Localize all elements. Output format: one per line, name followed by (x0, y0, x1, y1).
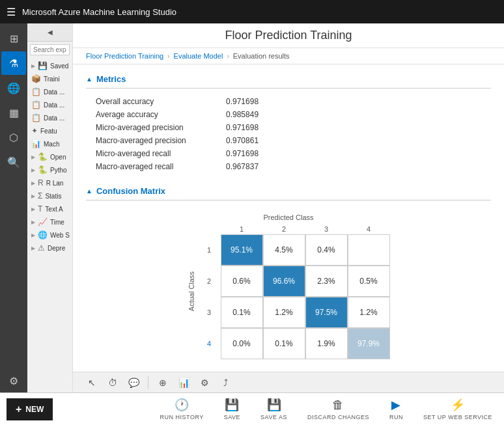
list-item[interactable]: ▶🌐Web S (27, 228, 72, 241)
metric-value-4: 0.971698 (226, 149, 259, 158)
new-label: NEW (25, 405, 44, 414)
discard-icon: 🗑 (332, 398, 344, 412)
toolbar-right: 🕐 RUN HISTORY 💾 SAVE 💾 SAVE AS 🗑 DISCARD… (155, 394, 497, 424)
sidebar-icon-flask[interactable]: ⚗ (1, 51, 26, 75)
save-btn[interactable]: 💾 SAVE (219, 394, 245, 424)
sidebar-icon-search[interactable]: 🔍 (1, 150, 26, 174)
search-input[interactable] (30, 44, 70, 55)
metric-row-3: Macro-averaged precision 0.970861 (96, 134, 491, 147)
list-item[interactable]: 📊Mach (27, 137, 72, 150)
sidebar-icon-box[interactable]: ⬡ (1, 126, 26, 149)
breadcrumb: Floor Prediction Training › Evaluate Mod… (73, 48, 504, 64)
metric-row-5: Macro-averaged recall 0.967837 (96, 160, 491, 173)
pan-tool-btn[interactable]: ⏱ (104, 374, 122, 392)
predicted-class-label: Predicted Class (263, 213, 313, 221)
list-item[interactable]: 📦Traini (27, 72, 72, 85)
hamburger-icon[interactable]: ☰ (7, 6, 16, 18)
list-item[interactable]: ✦Featu (27, 124, 72, 137)
metric-name-3: Macro-averaged precision (96, 136, 226, 145)
run-history-btn[interactable]: 🕐 RUN HISTORY (155, 394, 209, 424)
toolbar-left: + NEW (7, 398, 53, 420)
matrix-row-1: 1 95.1% 4.5% 0.4% (198, 234, 390, 266)
list-item[interactable]: ▶💾Saved (27, 59, 72, 72)
matrix-cell-1-1: 95.1% (221, 234, 263, 266)
save-as-icon: 💾 (267, 398, 281, 412)
metric-row-4: Micro-averaged recall 0.971698 (96, 147, 491, 160)
matrix-cell-3-2: 1.2% (263, 297, 305, 328)
confusion-section-header: ▲ Confusion Matrix (86, 186, 491, 200)
zoom-in-btn[interactable]: ⊕ (154, 374, 172, 392)
metrics-toggle-arrow[interactable]: ▲ (86, 75, 92, 83)
metric-value-2: 0.971698 (226, 123, 259, 132)
results-panel: ▲ Metrics Overall accuracy 0.971698 Aver… (73, 64, 504, 372)
list-item[interactable]: ▶ΣStatis (27, 189, 72, 202)
sidebar-icon-home[interactable]: ⊞ (1, 27, 26, 50)
top-bar: ☰ Microsoft Azure Machine Learning Studi… (0, 0, 504, 23)
canvas-toolstrip: ↖ ⏱ 💬 ⊕ 📊 ⚙ ⤴ (73, 372, 504, 392)
matrix-cell-2-4: 0.5% (348, 266, 390, 297)
sidebar-icon-globe[interactable]: 🌐 (1, 76, 26, 100)
list-item[interactable]: ▶RR Lan (27, 176, 72, 189)
breadcrumb-item-1[interactable]: Floor Prediction Training (86, 52, 163, 60)
metric-value-5: 0.967837 (226, 162, 259, 171)
metric-row-0: Overall accuracy 0.971698 (96, 95, 491, 108)
list-item[interactable]: 📋Data ... (27, 98, 72, 111)
metric-value-1: 0.985849 (226, 110, 259, 119)
tool-divider (148, 376, 148, 389)
save-as-btn[interactable]: 💾 SAVE AS (255, 394, 292, 424)
metric-value-0: 0.971698 (226, 97, 259, 106)
save-label: SAVE (224, 414, 240, 420)
matrix-cell-3-1: 0.1% (221, 297, 263, 328)
matrix-cell-2-3: 2.3% (305, 266, 348, 297)
matrix-row-3: 3 0.1% 1.2% 97.5% 1.2% (198, 297, 390, 328)
matrix-wrapper: Predicted Class Actual Class 1 2 3 4 (86, 207, 491, 366)
sidebar-icon-table[interactable]: ▦ (1, 101, 26, 124)
left-panel: ◀ ▶💾Saved 📦Traini 📋Data ... 📋Data ... 📋D… (27, 23, 73, 392)
matrix-outer: Predicted Class Actual Class 1 2 3 4 (188, 213, 390, 359)
chart-btn[interactable]: 📊 (175, 374, 193, 392)
save-as-label: SAVE AS (260, 414, 287, 420)
list-item[interactable]: ▶🐍Pytho (27, 163, 72, 176)
metric-name-2: Micro-averaged precision (96, 123, 226, 132)
sidebar-icon-gear[interactable]: ⚙ (1, 369, 26, 392)
run-icon: ▶ (391, 398, 400, 412)
matrix-cell-1-3: 0.4% (305, 234, 348, 266)
page-title-bar: Floor Prediction Training (73, 23, 504, 48)
settings-btn[interactable]: ⚙ (195, 374, 214, 392)
page-title: Floor Prediction Training (86, 29, 491, 42)
list-item[interactable]: ▶⚠Depre (27, 241, 72, 254)
export-btn[interactable]: ⤴ (216, 374, 234, 392)
confusion-toggle-arrow[interactable]: ▲ (86, 187, 92, 195)
main-layout: ⊞ ⚗ 🌐 ▦ ⬡ 🔍 ⚙ ◀ ▶💾Saved 📦Traini 📋Data ..… (0, 23, 504, 392)
select-tool-btn[interactable]: ↖ (83, 374, 101, 392)
discard-btn[interactable]: 🗑 DISCARD CHANGES (302, 395, 374, 424)
list-item[interactable]: ▶🐍Open (27, 150, 72, 163)
col-header-1: 1 (221, 224, 263, 234)
comment-tool-btn[interactable]: 💬 (124, 374, 143, 392)
actual-class-label: Actual Class (188, 271, 195, 311)
metric-name-5: Macro-averaged recall (96, 162, 226, 171)
list-item[interactable]: ▶TText A (27, 202, 72, 215)
matrix-cell-1-2: 4.5% (263, 234, 305, 266)
list-item[interactable]: 📋Data ... (27, 111, 72, 124)
save-icon: 💾 (225, 398, 239, 412)
metric-name-4: Micro-averaged recall (96, 149, 226, 158)
set-up-web-btn[interactable]: ⚡ SET UP WEB SERVICE (418, 394, 497, 424)
matrix-cell-4-3: 1.9% (305, 328, 348, 359)
search-box (27, 42, 72, 58)
matrix-cell-4-2: 0.1% (263, 328, 305, 359)
collapse-panel-btn[interactable]: ◀ (27, 23, 72, 42)
list-item[interactable]: 📋Data ... (27, 85, 72, 98)
col-header-2: 2 (263, 224, 305, 234)
new-button[interactable]: + NEW (7, 398, 53, 420)
breadcrumb-sep-2: › (227, 53, 229, 60)
breadcrumb-sep-1: › (167, 53, 169, 60)
breadcrumb-item-2[interactable]: Evaluate Model (174, 52, 223, 60)
matrix-cell-2-2: 96.6% (263, 266, 305, 297)
matrix-cell-3-4: 1.2% (348, 297, 390, 328)
list-item[interactable]: ▶📈Time (27, 215, 72, 228)
col-header-4: 4 (348, 224, 390, 234)
run-btn[interactable]: ▶ RUN (384, 394, 408, 424)
matrix-cell-2-1: 0.6% (221, 266, 263, 297)
app-title: Microsoft Azure Machine Learning Studio (22, 7, 176, 17)
